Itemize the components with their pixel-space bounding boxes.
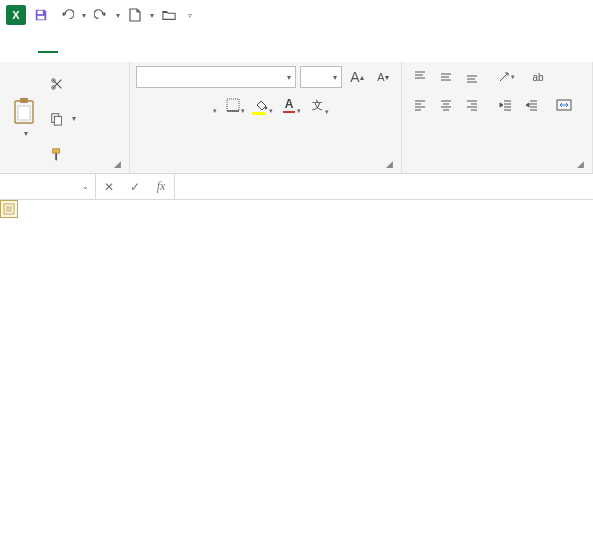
group-alignment: ▾ ab ◢ [402,62,593,173]
clipboard-launcher-icon[interactable]: ◢ [111,159,123,171]
new-dropdown-icon[interactable]: ▾ [150,11,154,20]
brush-icon [50,147,64,161]
tab-pdf[interactable] [246,40,266,52]
bold-button[interactable] [136,94,162,116]
svg-point-11 [265,107,268,110]
undo-icon[interactable] [56,4,78,26]
ribbon-tabs [0,30,593,62]
title-bar: X ▾ ▾ ▾ ▿ [0,0,593,30]
svg-rect-0 [38,11,43,15]
open-folder-icon[interactable] [158,4,180,26]
cut-button[interactable] [50,77,76,91]
orientation-icon[interactable]: ▾ [494,66,518,88]
font-size-combo[interactable]: ▾ [300,66,342,88]
font-launcher-icon[interactable]: ◢ [383,159,395,171]
decrease-indent-icon[interactable] [494,94,518,116]
fill-color-button[interactable]: ▾ [248,94,274,116]
scissors-icon [50,77,64,91]
align-left-icon[interactable] [408,94,432,116]
clipboard-icon [12,97,38,127]
tab-home[interactable] [38,39,58,53]
align-launcher-icon[interactable]: ◢ [574,159,586,171]
tab-insert[interactable] [64,40,84,52]
svg-rect-1 [38,16,45,20]
formula-input[interactable] [175,174,593,199]
font-color-button[interactable]: A▾ [276,94,302,116]
autofill-options-icon[interactable] [0,200,18,218]
wrap-text-icon[interactable]: ab [528,66,548,88]
tab-pagelayout[interactable] [90,40,110,52]
group-clipboard: ▾ ▾ ◢ [0,62,130,173]
svg-rect-4 [18,106,30,120]
italic-button[interactable] [164,94,190,116]
formula-bar: ⌄ ✕ ✓ fx [0,174,593,200]
accept-formula-icon[interactable]: ✓ [122,180,148,194]
merge-icon[interactable] [554,94,574,116]
decrease-font-icon[interactable]: A▾ [372,66,394,88]
svg-rect-3 [20,98,28,103]
align-bottom-icon[interactable] [460,66,484,88]
ribbon: ▾ ▾ ◢ [0,62,593,174]
qat-customize-icon[interactable]: ▿ [188,11,192,20]
fx-icon[interactable]: fx [148,179,174,194]
border-button[interactable]: ▾ [220,94,246,116]
increase-indent-icon[interactable] [520,94,544,116]
redo-icon[interactable] [90,4,112,26]
align-middle-icon[interactable] [434,66,458,88]
border-icon [226,98,240,112]
copy-button[interactable]: ▾ [50,112,76,126]
align-right-icon[interactable] [460,94,484,116]
chevron-down-icon: ⌄ [82,182,89,191]
phonetic-button[interactable]: 文▾ [304,94,330,116]
group-font: ▾ ▾ A▴ A▾ ▾ ▾ ▾ [130,62,402,173]
save-icon[interactable] [30,4,52,26]
align-center-icon[interactable] [434,94,458,116]
increase-font-icon[interactable]: A▴ [346,66,368,88]
svg-rect-8 [54,116,61,125]
format-painter-button[interactable] [50,147,76,161]
name-box[interactable]: ⌄ [0,174,96,199]
cancel-formula-icon[interactable]: ✕ [96,180,122,194]
chevron-down-icon: ▾ [333,73,337,82]
paste-button[interactable]: ▾ [6,66,44,169]
tab-view[interactable] [194,40,214,52]
chevron-down-icon: ▾ [287,73,291,82]
tab-review[interactable] [168,40,188,52]
underline-button[interactable]: ▾ [192,94,218,116]
excel-icon: X [6,5,26,25]
redo-dropdown-icon[interactable]: ▾ [116,11,120,20]
font-name-combo[interactable]: ▾ [136,66,296,88]
svg-rect-9 [227,99,239,111]
new-file-icon[interactable] [124,4,146,26]
tab-data[interactable] [142,40,162,52]
bucket-icon [254,98,268,112]
align-top-icon[interactable] [408,66,432,88]
tab-formulas[interactable] [116,40,136,52]
tab-help[interactable] [220,40,240,52]
copy-icon [50,112,64,126]
undo-dropdown-icon[interactable]: ▾ [82,11,86,20]
tab-file[interactable] [12,40,32,52]
